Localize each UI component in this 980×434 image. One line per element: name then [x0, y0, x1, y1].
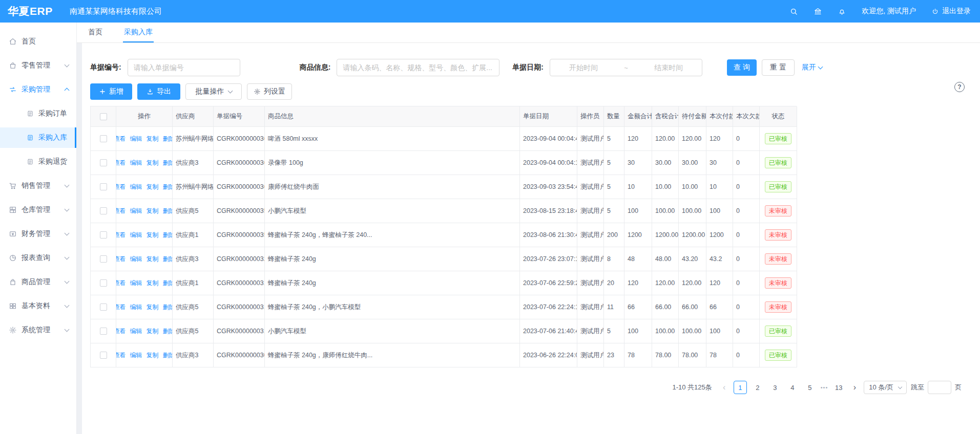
row-checkbox[interactable]	[100, 159, 107, 166]
sidebar-item-9[interactable]: 报表查询	[0, 248, 76, 268]
row-checkbox[interactable]	[100, 255, 107, 263]
row-action-copy[interactable]: 复制	[147, 303, 159, 312]
row-action-view[interactable]: 查看	[116, 231, 126, 240]
row-action-view[interactable]: 查看	[116, 183, 126, 191]
sidebar-item-10[interactable]: 商品管理	[0, 272, 76, 292]
row-action-delete[interactable]: 删除	[163, 351, 173, 360]
row-action-view[interactable]: 查看	[116, 327, 126, 336]
row-action-copy[interactable]: 复制	[147, 255, 159, 264]
row-action-copy[interactable]: 复制	[147, 351, 159, 360]
sidebar-item-2[interactable]: 采购管理	[0, 79, 76, 100]
row-action-view[interactable]: 查看	[116, 351, 126, 360]
cell-amount: 10	[624, 175, 652, 199]
sidebar-item-0[interactable]: 首页	[0, 31, 76, 52]
page-button-2[interactable]: 2	[751, 381, 764, 394]
row-action-edit[interactable]: 编辑	[130, 327, 142, 336]
row-action-copy[interactable]: 复制	[147, 207, 159, 215]
add-button[interactable]: 新增	[90, 83, 132, 100]
row-action-edit[interactable]: 编辑	[130, 303, 142, 312]
logout-button[interactable]: 退出登录	[931, 7, 971, 16]
batch-actions-button[interactable]: 批量操作	[185, 83, 242, 100]
jump-page-input[interactable]	[928, 381, 951, 394]
row-action-copy[interactable]: 复制	[147, 135, 159, 143]
page-ellipsis[interactable]: •••	[821, 384, 828, 390]
page-button-13[interactable]: 13	[832, 381, 845, 394]
row-action-edit[interactable]: 编辑	[130, 279, 142, 288]
page-button-3[interactable]: 3	[768, 381, 782, 394]
row-action-delete[interactable]: 删除	[163, 327, 173, 336]
page-button-5[interactable]: 5	[803, 381, 817, 394]
row-checkbox[interactable]	[100, 352, 107, 359]
row-checkbox[interactable]	[100, 303, 107, 311]
search-button[interactable]: 查询	[727, 59, 757, 76]
row-action-delete[interactable]: 删除	[163, 135, 173, 143]
date-range-picker[interactable]: ~	[550, 59, 702, 76]
sidebar-item-1[interactable]: 零售管理	[0, 55, 76, 76]
row-action-edit[interactable]: 编辑	[130, 135, 142, 143]
row-action-delete[interactable]: 删除	[163, 303, 173, 312]
row-action-delete[interactable]: 删除	[163, 231, 173, 240]
tab-home[interactable]: 首页	[87, 23, 103, 42]
date-start-input[interactable]	[553, 63, 614, 72]
export-label: 导出	[157, 87, 171, 96]
tab-purchase-inbound[interactable]: 采购入库	[123, 23, 154, 42]
page-size-select[interactable]: 10 条/页	[864, 381, 907, 394]
row-checkbox[interactable]	[100, 231, 107, 238]
row-action-edit[interactable]: 编辑	[130, 207, 142, 215]
row-checkbox[interactable]	[100, 328, 107, 335]
row-action-delete[interactable]: 删除	[163, 279, 173, 288]
row-action-copy[interactable]: 复制	[147, 159, 159, 167]
export-button[interactable]: 导出	[137, 83, 180, 100]
sidebar-item-12[interactable]: 系统管理	[0, 320, 76, 340]
sidebar-item-8[interactable]: 财务管理	[0, 224, 76, 244]
row-action-delete[interactable]: 删除	[163, 183, 173, 191]
column-settings-button[interactable]: 列设置	[247, 83, 292, 100]
row-checkbox[interactable]	[100, 279, 107, 287]
row-checkbox[interactable]	[100, 183, 107, 190]
bill-no-input[interactable]	[128, 59, 240, 76]
row-action-delete[interactable]: 删除	[163, 255, 173, 264]
row-action-view[interactable]: 查看	[116, 255, 126, 264]
prev-page-button[interactable]: ‹	[719, 381, 729, 394]
page-button-1[interactable]: 1	[734, 381, 747, 394]
row-action-edit[interactable]: 编辑	[130, 183, 142, 191]
row-checkbox[interactable]	[100, 135, 107, 142]
row-action-copy[interactable]: 复制	[147, 231, 159, 240]
table-row: 查看编辑复制删除苏州蜗牛网络CGRK00000003648康师傅红烧牛肉面202…	[91, 175, 797, 199]
row-action-view[interactable]: 查看	[116, 303, 126, 312]
row-action-copy[interactable]: 复制	[147, 279, 159, 288]
sidebar-item-4[interactable]: 采购入库	[0, 127, 76, 148]
row-action-view[interactable]: 查看	[116, 207, 126, 215]
row-action-copy[interactable]: 复制	[147, 327, 159, 336]
sidebar-item-3[interactable]: 采购订单	[0, 103, 76, 124]
cell-due: 30.00	[679, 151, 706, 175]
status-badge: 已审核	[765, 350, 791, 361]
sidebar-item-5[interactable]: 采购退货	[0, 151, 76, 172]
row-action-delete[interactable]: 删除	[163, 207, 173, 215]
row-action-view[interactable]: 查看	[116, 135, 126, 143]
product-info-input[interactable]	[337, 59, 499, 76]
reset-button[interactable]: 重置	[762, 59, 795, 76]
row-action-edit[interactable]: 编辑	[130, 231, 142, 240]
select-all-checkbox[interactable]	[100, 113, 107, 120]
row-action-view[interactable]: 查看	[116, 279, 126, 288]
sidebar-item-6[interactable]: 销售管理	[0, 176, 76, 196]
row-checkbox[interactable]	[100, 207, 107, 214]
sidebar-item-7[interactable]: 仓库管理	[0, 200, 76, 220]
cell-tax_total: 78.00	[652, 343, 679, 367]
row-action-copy[interactable]: 复制	[147, 183, 159, 191]
expand-link[interactable]: 展开	[802, 63, 822, 72]
date-end-input[interactable]	[638, 63, 699, 72]
page-button-4[interactable]: 4	[786, 381, 799, 394]
sidebar-item-11[interactable]: 基本资料	[0, 296, 76, 316]
bank-icon[interactable]	[814, 7, 822, 16]
search-icon[interactable]	[789, 7, 798, 16]
row-action-edit[interactable]: 编辑	[130, 159, 142, 167]
row-action-edit[interactable]: 编辑	[130, 351, 142, 360]
next-page-button[interactable]: ›	[849, 381, 860, 394]
help-icon[interactable]: ?	[954, 82, 965, 92]
row-action-delete[interactable]: 删除	[163, 159, 173, 167]
row-action-view[interactable]: 查看	[116, 159, 126, 167]
row-action-edit[interactable]: 编辑	[130, 255, 142, 264]
bell-icon[interactable]	[838, 7, 846, 16]
